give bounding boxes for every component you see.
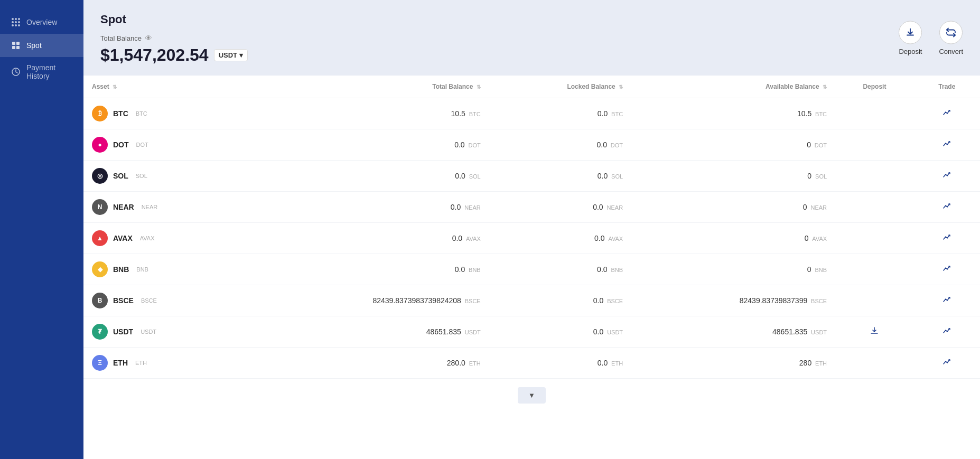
dot-icon: ● [92, 137, 108, 153]
trade-icon-dot[interactable] [942, 140, 951, 151]
asset-cell-bsce: B BSCE BSCE [83, 285, 245, 316]
deposit-button[interactable]: Deposit [899, 21, 922, 55]
available-balance-near: 0 NEAR [631, 192, 835, 223]
asset-sub-sol: SOL [136, 173, 147, 179]
trade-cell-usdt[interactable] [914, 316, 980, 348]
total-balance-label: Total Balance 👁 [100, 34, 963, 42]
col-deposit: Deposit [835, 76, 914, 98]
trade-icon-usdt[interactable] [942, 327, 951, 338]
total-balance-bnb: 0.0 BNB [245, 254, 489, 285]
asset-cell-btc: ₿ BTC BTC [83, 98, 245, 129]
locked-balance-near: 0.0 NEAR [489, 192, 631, 223]
asset-sub-bsce: BSCE [141, 297, 157, 304]
asset-sub-bnb: BNB [136, 266, 148, 273]
assets-table: Asset ⇅ Total Balance ⇅ Locked Balance ⇅… [83, 76, 980, 379]
total-balance-sol: 0.0 SOL [245, 161, 489, 192]
sidebar-item-label: Overview [26, 18, 57, 26]
sort-icon-asset: ⇅ [113, 84, 117, 90]
deposit-cell-bnb [835, 254, 914, 285]
trade-icon-bnb[interactable] [942, 265, 951, 275]
col-asset[interactable]: Asset ⇅ [83, 76, 245, 98]
trade-cell-bsce[interactable] [914, 285, 980, 316]
convert-label: Convert [939, 47, 963, 55]
svg-rect-2 [12, 46, 15, 49]
main-content: Spot Total Balance 👁 $1,547,202.54 USDT … [83, 0, 980, 459]
trade-cell-dot[interactable] [914, 129, 980, 161]
header-actions: Deposit Convert [899, 21, 963, 55]
deposit-icon-usdt[interactable] [870, 327, 879, 338]
col-trade: Trade [914, 76, 980, 98]
sort-icon-total: ⇅ [477, 84, 481, 90]
deposit-cell-bsce [835, 285, 914, 316]
asset-name-btc: BTC [113, 109, 128, 118]
total-balance-eth: 280.0 ETH [245, 348, 489, 379]
asset-cell-avax: ▲ AVAX AVAX [83, 223, 245, 254]
avax-icon: ▲ [92, 230, 108, 246]
sidebar-item-label: Spot [26, 41, 42, 50]
deposit-cell-usdt[interactable] [835, 316, 914, 348]
usdt-icon: ₮ [92, 324, 108, 340]
asset-sub-near: NEAR [142, 204, 158, 210]
sidebar-item-spot[interactable]: Spot [0, 34, 83, 57]
asset-name-sol: SOL [113, 172, 128, 180]
asset-name-avax: AVAX [113, 234, 133, 242]
trade-cell-bnb[interactable] [914, 254, 980, 285]
sidebar-item-label: Payment History [26, 63, 73, 80]
sort-icon-locked: ⇅ [619, 84, 623, 90]
chevron-down-icon: ▼ [528, 391, 535, 399]
available-balance-btc: 10.5 BTC [631, 98, 835, 129]
trade-icon-eth[interactable] [942, 358, 951, 369]
trade-cell-sol[interactable] [914, 161, 980, 192]
col-locked-balance[interactable]: Locked Balance ⇅ [489, 76, 631, 98]
trade-icon-avax[interactable] [942, 233, 951, 244]
table-row: B BSCE BSCE 82439.8373983739824208 BSCE … [83, 285, 980, 316]
table-row: ◎ SOL SOL 0.0 SOL 0.0 SOL 0 SOL [83, 161, 980, 192]
header-area: Spot Total Balance 👁 $1,547,202.54 USDT … [83, 0, 980, 76]
load-more-row: ▼ [83, 379, 980, 412]
trade-icon-sol[interactable] [942, 171, 951, 182]
load-more-button[interactable]: ▼ [518, 387, 546, 404]
sidebar-item-overview[interactable]: Overview [0, 11, 83, 34]
deposit-cell-sol [835, 161, 914, 192]
asset-name-bsce: BSCE [113, 296, 134, 305]
locked-balance-eth: 0.0 ETH [489, 348, 631, 379]
page-title: Spot [100, 13, 963, 26]
asset-name-eth: ETH [113, 359, 128, 367]
locked-balance-avax: 0.0 AVAX [489, 223, 631, 254]
sidebar-item-payment-history[interactable]: Payment History [0, 57, 83, 87]
col-total-balance[interactable]: Total Balance ⇅ [245, 76, 489, 98]
sol-icon: ◎ [92, 168, 108, 184]
trade-icon-near[interactable] [942, 202, 951, 213]
locked-balance-btc: 0.0 BTC [489, 98, 631, 129]
available-balance-usdt: 48651.835 USDT [631, 316, 835, 348]
trade-cell-btc[interactable] [914, 98, 980, 129]
visibility-toggle-icon[interactable]: 👁 [145, 34, 152, 42]
sort-icon-available: ⇅ [823, 84, 827, 90]
asset-cell-bnb: ◆ BNB BNB [83, 254, 245, 285]
trade-cell-avax[interactable] [914, 223, 980, 254]
total-balance-avax: 0.0 AVAX [245, 223, 489, 254]
deposit-cell-eth [835, 348, 914, 379]
asset-cell-eth: Ξ ETH ETH [83, 348, 245, 379]
history-icon [11, 67, 21, 77]
eth-icon: Ξ [92, 355, 108, 371]
svg-rect-1 [16, 42, 20, 45]
trade-cell-near[interactable] [914, 192, 980, 223]
asset-cell-dot: ● DOT DOT [83, 129, 245, 161]
available-balance-avax: 0 AVAX [631, 223, 835, 254]
total-balance-btc: 10.5 BTC [245, 98, 489, 129]
currency-selector[interactable]: USDT ▾ [214, 49, 248, 61]
asset-sub-eth: ETH [135, 360, 147, 366]
convert-button[interactable]: Convert [939, 21, 963, 55]
trade-icon-bsce[interactable] [942, 296, 951, 306]
table-row: ₿ BTC BTC 10.5 BTC 0.0 BTC 10.5 BTC [83, 98, 980, 129]
spot-icon [11, 40, 21, 51]
table-row: N NEAR NEAR 0.0 NEAR 0.0 NEAR 0 NEAR [83, 192, 980, 223]
available-balance-dot: 0 DOT [631, 129, 835, 161]
asset-sub-dot: DOT [136, 142, 148, 148]
trade-cell-eth[interactable] [914, 348, 980, 379]
trade-icon-btc[interactable] [942, 109, 951, 119]
btc-icon: ₿ [92, 106, 108, 121]
balance-amount: $1,547,202.54 [100, 45, 209, 65]
col-available-balance[interactable]: Available Balance ⇅ [631, 76, 835, 98]
